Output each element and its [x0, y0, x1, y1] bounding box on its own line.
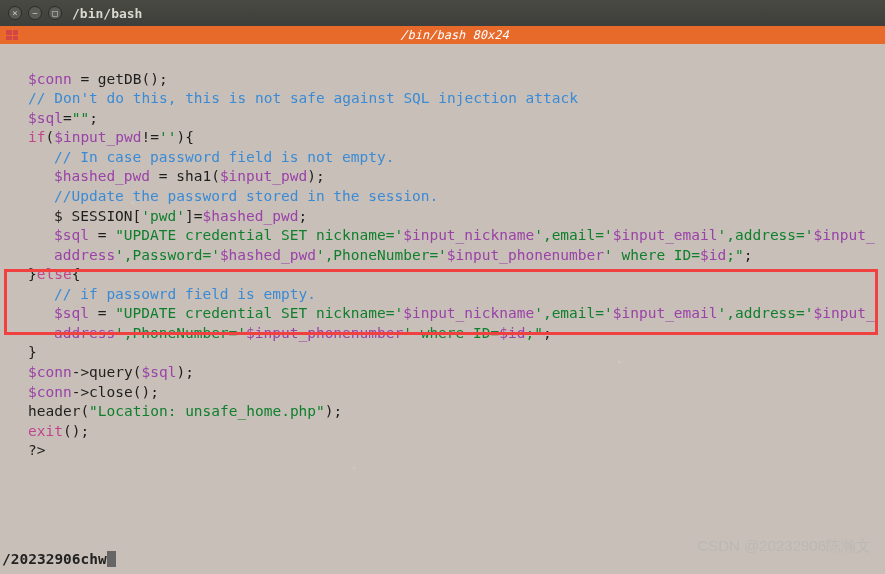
code-line: //Update the password stored in the sess… — [2, 187, 883, 207]
code-line: $sql = "UPDATE credential SET nickname='… — [2, 304, 883, 343]
status-center: /bin/bash 80x24 — [24, 28, 885, 42]
minimize-icon[interactable]: − — [28, 6, 42, 20]
code-line: $ SESSION['pwd']=$hashed_pwd; — [2, 207, 883, 227]
close-icon[interactable]: × — [8, 6, 22, 20]
code-line: $conn->query($sql); — [2, 363, 883, 383]
cursor-icon — [107, 551, 116, 567]
code-line: exit(); — [2, 422, 883, 442]
editor-area[interactable]: $conn = getDB(); // Don't do this, this … — [0, 44, 885, 574]
pane-indicator-icon — [0, 26, 24, 44]
code-line: $sql = "UPDATE credential SET nickname='… — [2, 226, 883, 265]
command-line[interactable]: /20232906chw — [2, 550, 116, 570]
code-line: $conn = getDB(); — [2, 70, 883, 90]
maximize-icon[interactable]: □ — [48, 6, 62, 20]
watermark: CSDN @20232906陈瀚文 — [697, 536, 871, 556]
code-line: }else{ — [2, 265, 883, 285]
code-line: // Don't do this, this is not safe again… — [2, 89, 883, 109]
window-controls: × − □ — [8, 6, 62, 20]
code-line: ?> — [2, 441, 883, 461]
code-line: $hashed_pwd = sha1($input_pwd); — [2, 167, 883, 187]
statusbar: /bin/bash 80x24 — [0, 26, 885, 44]
code-line: // In case password field is not empty. — [2, 148, 883, 168]
code-line: // if passowrd field is empty. — [2, 285, 883, 305]
code-line: } — [2, 343, 883, 363]
window-title: /bin/bash — [72, 6, 142, 21]
code-line: $sql=""; — [2, 109, 883, 129]
code-line: $conn->close(); — [2, 383, 883, 403]
code-line: header("Location: unsafe_home.php"); — [2, 402, 883, 422]
titlebar: × − □ /bin/bash — [0, 0, 885, 26]
code-line: if($input_pwd!=''){ — [2, 128, 883, 148]
code-line — [2, 50, 883, 70]
